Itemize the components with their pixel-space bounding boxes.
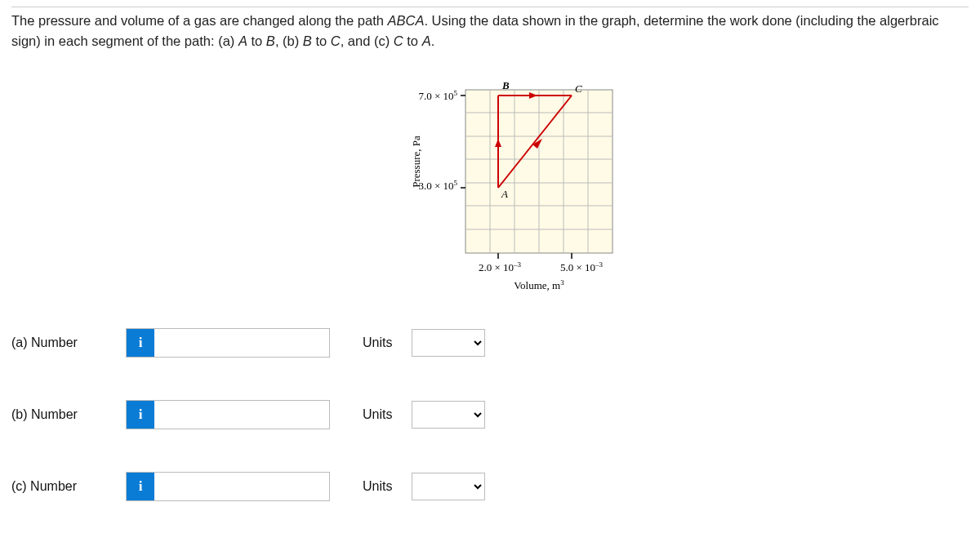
part-label-c: (c) Number: [11, 479, 126, 494]
number-input-b[interactable]: [154, 402, 329, 427]
units-select-a[interactable]: [412, 329, 485, 357]
pv-graph: Pressure, Pa 7.0 × 105 3.0 × 105: [376, 82, 653, 310]
point-label-a: A: [501, 188, 508, 200]
number-input-c[interactable]: [154, 474, 329, 499]
point-label-b: B: [501, 82, 510, 91]
number-input-a[interactable]: [154, 331, 329, 355]
units-select-c[interactable]: [412, 473, 485, 500]
part-label-b: (b) Number: [11, 407, 126, 422]
units-select-b[interactable]: [412, 401, 485, 429]
question-text: The pressure and volume of a gas are cha…: [11, 11, 969, 51]
units-label-a: Units: [363, 335, 412, 350]
units-label-c: Units: [363, 479, 412, 494]
info-icon[interactable]: i: [127, 473, 154, 500]
svg-text:Volume, m3: Volume, m3: [514, 278, 564, 291]
svg-text:7.0 × 105: 7.0 × 105: [418, 89, 457, 102]
answer-row-b: (b) Number i Units: [11, 398, 583, 431]
svg-text:5.0 × 10–3: 5.0 × 10–3: [560, 260, 604, 273]
svg-text:2.0 × 10–3: 2.0 × 10–3: [479, 260, 522, 273]
info-icon[interactable]: i: [127, 401, 154, 429]
info-icon[interactable]: i: [127, 329, 154, 357]
units-label-b: Units: [363, 407, 412, 422]
answer-row-a: (a) Number i Units: [11, 327, 583, 359]
part-label-a: (a) Number: [11, 335, 126, 350]
answer-row-c: (c) Number i Units: [11, 470, 583, 503]
point-label-c: C: [575, 82, 582, 95]
svg-text:3.0 × 105: 3.0 × 105: [418, 179, 457, 192]
